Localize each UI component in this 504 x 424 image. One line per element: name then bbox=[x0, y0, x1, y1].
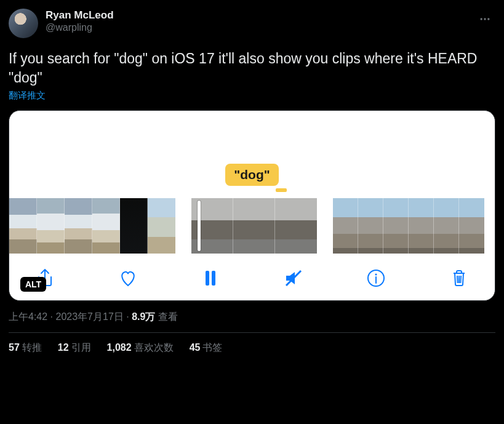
clip-frame bbox=[37, 198, 65, 254]
tweet-text: If you search for "dog" on iOS 17 it'll … bbox=[9, 49, 495, 87]
svg-rect-4 bbox=[212, 271, 215, 286]
author-names: Ryan McLeod @warpling bbox=[46, 9, 114, 34]
more-icon bbox=[479, 13, 491, 25]
tweet-meta: 上午4:42 · 2023年7月17日 · 8.9万 查看 bbox=[9, 311, 495, 324]
clip-frame bbox=[333, 198, 358, 254]
media-whitespace bbox=[9, 111, 495, 164]
translate-link[interactable]: 翻译推文 bbox=[9, 90, 495, 102]
clip-frame bbox=[92, 198, 120, 254]
media-card[interactable]: "dog" bbox=[9, 110, 495, 301]
svg-point-2 bbox=[487, 18, 489, 20]
meta-views-num[interactable]: 8.9万 bbox=[132, 311, 155, 322]
clip-frame bbox=[148, 198, 175, 254]
stat-quotes[interactable]: 12引用 bbox=[58, 342, 91, 354]
meta-views-label: 查看 bbox=[155, 311, 177, 322]
clip-frame bbox=[65, 198, 92, 254]
clip-group-2[interactable] bbox=[191, 198, 317, 254]
trash-button[interactable] bbox=[446, 265, 473, 292]
info-icon bbox=[365, 267, 387, 289]
media-toolbar bbox=[9, 265, 495, 292]
clip-frame bbox=[409, 198, 434, 254]
tweet: Ryan McLeod @warpling If you search for … bbox=[9, 9, 495, 354]
clip-frame bbox=[9, 198, 37, 254]
pause-icon bbox=[199, 267, 222, 289]
clip-frame bbox=[434, 198, 459, 254]
clip-frame bbox=[275, 198, 317, 254]
stat-bookmarks[interactable]: 45书签 bbox=[190, 342, 223, 354]
caption-tick bbox=[276, 188, 287, 192]
caption-row: "dog" bbox=[9, 164, 495, 186]
playhead[interactable] bbox=[198, 201, 201, 251]
divider bbox=[9, 332, 495, 333]
info-button[interactable] bbox=[362, 265, 390, 292]
clip-frame bbox=[459, 198, 484, 254]
svg-point-0 bbox=[481, 18, 482, 20]
svg-rect-3 bbox=[206, 271, 209, 286]
tweet-stats: 57转推 12引用 1,082喜欢次数 45书签 bbox=[9, 342, 495, 354]
pause-button[interactable] bbox=[197, 265, 224, 292]
clip-frame bbox=[120, 198, 148, 254]
handle[interactable]: @warpling bbox=[46, 22, 114, 34]
svg-point-1 bbox=[484, 18, 486, 20]
stat-retweets[interactable]: 57转推 bbox=[9, 342, 42, 354]
meta-time[interactable]: 上午4:42 bbox=[9, 311, 47, 322]
svg-line-9 bbox=[457, 276, 458, 283]
mute-icon bbox=[282, 267, 305, 289]
more-button[interactable] bbox=[474, 9, 495, 30]
avatar[interactable] bbox=[9, 9, 38, 38]
tweet-header: Ryan McLeod @warpling bbox=[9, 9, 495, 38]
trash-icon bbox=[448, 267, 470, 289]
clip-group-3[interactable] bbox=[333, 198, 484, 254]
caption-bubble: "dog" bbox=[225, 164, 278, 186]
stat-likes[interactable]: 1,082喜欢次数 bbox=[107, 342, 174, 354]
clip-frame bbox=[233, 198, 275, 254]
meta-date[interactable]: 2023年7月17日 bbox=[55, 311, 123, 322]
heart-icon bbox=[117, 267, 139, 289]
clip-frame bbox=[358, 198, 383, 254]
svg-line-11 bbox=[460, 276, 461, 283]
clip-group-1[interactable] bbox=[9, 198, 175, 254]
video-timeline[interactable] bbox=[9, 198, 495, 254]
display-name[interactable]: Ryan McLeod bbox=[46, 9, 114, 22]
svg-point-7 bbox=[375, 273, 377, 275]
alt-badge[interactable]: ALT bbox=[20, 277, 46, 292]
like-button[interactable] bbox=[114, 265, 142, 292]
mute-button[interactable] bbox=[280, 265, 307, 292]
clip-frame bbox=[383, 198, 409, 254]
